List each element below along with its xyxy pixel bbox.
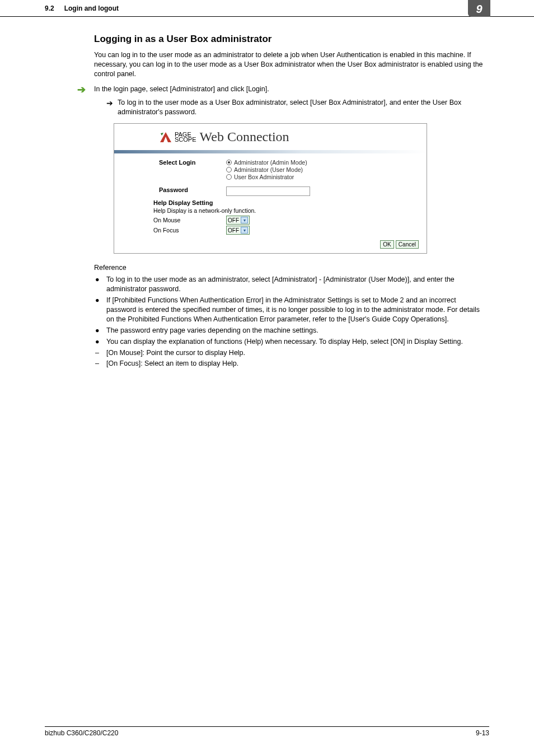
password-input[interactable] [226,186,310,196]
radio-label: User Box Administrator [234,174,294,180]
chevron-down-icon: ▾ [241,217,248,223]
ok-button[interactable]: OK [380,240,394,249]
on-mouse-value: OFF [228,217,239,223]
reference-list: ●To log in to the user mode as an admini… [94,275,485,368]
bullet-icon: ● [94,275,106,284]
button-row: OK Cancel [137,240,422,249]
on-focus-row: On Focus OFF ▾ [153,226,422,235]
arrow-right-icon: ➔ [77,85,94,95]
chevron-down-icon: ▾ [241,227,248,234]
substep-row: ➔ To log in to the user mode as a User B… [106,98,485,117]
list-item: –[On Focus]: Select an item to display H… [94,359,485,368]
on-mouse-row: On Mouse OFF ▾ [153,216,422,225]
page-title: Logging in as a User Box administrator [94,34,485,45]
help-display-title: Help Display Setting [153,199,422,206]
logo-row: PAGE SCOPE Web Connection [159,129,422,144]
help-display-note: Help Display is a network-only function. [153,207,422,214]
radio-icon [226,160,232,165]
list-item: –[On Mouse]: Point the cursor to display… [94,348,485,358]
logo-webconnection-text: Web Connection [200,129,289,144]
reference-heading: Reference [94,264,485,272]
divider-bar [114,150,427,153]
page-header: 9.2 Login and logout [0,0,534,17]
logo-scope-text: SCOPE [175,137,196,142]
on-focus-value: OFF [228,227,239,234]
ref-text: If [Prohibited Functions When Authentica… [106,296,485,324]
dash-icon: – [94,359,106,368]
radio-user-mode[interactable]: Administrator (User Mode) [226,166,422,173]
footer-model: bizhub C360/C280/C220 [45,729,118,737]
radio-label: Administrator (User Mode) [234,166,303,173]
on-mouse-select[interactable]: OFF ▾ [226,216,250,225]
cancel-button[interactable]: Cancel [396,240,419,249]
arrow-right-icon: ➔ [106,98,118,108]
pagescope-logo-icon [159,131,172,143]
bullet-icon: ● [94,337,106,347]
ref-text: To log in to the user mode as an adminis… [106,275,485,294]
radio-icon [226,167,232,172]
radio-admin-mode[interactable]: Administrator (Admin Mode) [226,159,422,166]
intro-paragraph: You can log in to the user mode as an ad… [94,50,485,79]
svg-marker-1 [161,133,163,136]
password-label: Password [137,186,226,196]
chapter-tab: 9 [468,0,490,17]
radio-label: Administrator (Admin Mode) [234,159,307,166]
header-section-number: 9.2 [45,4,54,12]
select-login-label: Select Login [137,159,226,181]
radio-userbox-admin[interactable]: User Box Administrator [226,174,422,180]
substep-text: To log in to the user mode as a User Box… [118,98,485,117]
subref-text: [On Mouse]: Point the cursor to display … [106,348,245,358]
select-login-options: Administrator (Admin Mode) Administrator… [226,159,422,181]
bullet-icon: ● [94,326,106,335]
logo-text: PAGE SCOPE [175,132,196,142]
dash-icon: – [94,348,106,358]
page-footer: bizhub C360/C280/C220 9-13 [45,726,489,737]
header-section-title: Login and logout [64,4,119,12]
subref-text: [On Focus]: Select an item to display He… [106,359,238,368]
list-item: ●To log in to the user mode as an admini… [94,275,485,294]
step-text: In the login page, select [Administrator… [94,85,485,94]
ref-text: The password entry page varies depending… [106,326,318,335]
password-row: Password [137,186,422,196]
on-focus-select[interactable]: OFF ▾ [226,226,250,235]
page-content: Logging in as a User Box administrator Y… [0,17,534,368]
radio-icon [226,174,232,180]
list-item: ●You can display the explanation of func… [94,337,485,347]
help-display-section: Help Display Setting Help Display is a n… [137,199,422,235]
list-item: ●If [Prohibited Functions When Authentic… [94,296,485,324]
ref-text: You can display the explanation of funct… [106,337,463,347]
bullet-icon: ● [94,296,106,305]
list-item: ●The password entry page varies dependin… [94,326,485,335]
on-focus-label: On Focus [153,227,226,234]
on-mouse-label: On Mouse [153,217,226,223]
step-row: ➔ In the login page, select [Administrat… [94,85,485,95]
footer-page-number: 9-13 [476,729,489,737]
select-login-row: Select Login Administrator (Admin Mode) … [137,159,422,181]
login-screenshot: PAGE SCOPE Web Connection Select Login A… [114,123,427,254]
